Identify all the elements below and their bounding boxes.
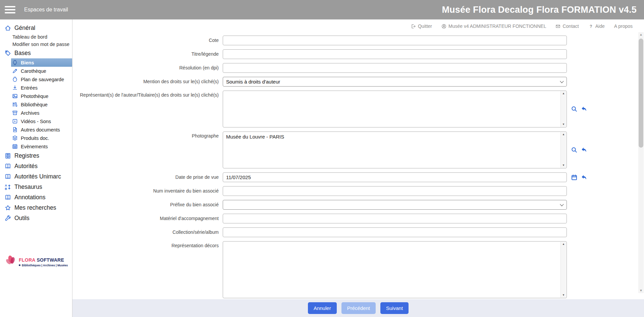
calendar-icon[interactable] [571,174,578,181]
precedent-button[interactable]: Précédent [341,302,376,314]
sidebar-item-autorites[interactable]: Autorités [0,161,72,171]
util-aide[interactable]: ?Aide [588,23,605,29]
document-icon [12,127,18,133]
textarea-scrollbar[interactable]: ▲▼ [560,132,566,168]
field-representants-droits[interactable]: ▲▼ [223,91,567,127]
main-panel: QuitterMusée v4 ADMINISTRATEUR FONCTIONN… [72,19,644,317]
brand-name: FLORA SOFTWARE [19,257,68,263]
form-row-resolution: Résolution (en dpi) [72,63,644,73]
field-titre-legende[interactable] [223,49,567,59]
home-icon [5,25,11,31]
flora-flower-icon [4,254,17,270]
utility-bar: QuitterMusée v4 ADMINISTRATEUR FONCTIONN… [72,19,644,33]
field-date-prise-vue[interactable] [223,172,567,182]
field-prefixe-bien[interactable] [223,200,567,210]
brush-icon [12,68,18,74]
calendar-grid-icon [12,144,18,149]
sidebar-item-archives[interactable]: Archives [0,109,72,117]
util-quitter[interactable]: Quitter [411,23,432,29]
scroll-down-arrow-icon[interactable]: ▼ [638,288,644,293]
scroll-down-arrow-icon[interactable]: ▼ [562,164,565,167]
textarea-scrollbar[interactable]: ▲▼ [560,242,566,298]
sidebar-item-entrees[interactable]: Entrées [0,84,72,92]
sidebar-item-registres[interactable]: Registres [0,151,72,161]
search-icon[interactable] [571,147,578,153]
footer-action-bar: Annuler Précédent Suivant [72,299,644,317]
sidebar-item-bibliotheque[interactable]: Bibliothèque [0,100,72,109]
registry-icon [5,153,11,159]
undo-icon[interactable] [581,147,587,153]
field-label-resolution: Résolution (en dpi) [72,63,223,73]
form-row-materiel-accompagnement: Matériel d'accompagnement [72,214,644,223]
sidebar-item-plan-de-sauvegarde[interactable]: Plan de sauvegarde [0,75,72,84]
field-label-num-inventaire-bien: Num inventaire du bien associé [72,186,223,196]
sidebar-item-bases[interactable]: Bases [0,48,72,58]
field-materiel-accompagnement[interactable] [223,214,567,223]
scroll-down-arrow-icon[interactable]: ▼ [562,123,565,126]
field-mention-droits[interactable]: Soumis à droits d'auteur [223,77,567,87]
books-icon [12,102,18,107]
sidebar-item-thesaurus[interactable]: ABThesaurus [0,182,72,192]
sidebar-item-general[interactable]: Général [0,23,72,33]
util-a-propos[interactable]: A propos [614,23,633,29]
sidebar-item-autorites-unimarc[interactable]: Autorités Unimarc [0,171,72,182]
field-cote[interactable] [223,36,567,45]
sidebar-item-mes-recherches[interactable]: Mes recherches [0,203,72,213]
book-icon [5,163,11,169]
archive-icon [12,110,18,116]
field-label-collection-serie-album: Collection/série/album [72,227,223,237]
top-header: Espaces de travail Musée Flora Decalog F… [0,0,644,19]
app-title: Musée Flora Decalog Flora FORMATION v4.5 [442,5,637,15]
scroll-up-arrow-icon[interactable]: ▲ [562,243,565,246]
util-contact[interactable]: Contact [555,23,579,29]
sidebar-item-tableau-de-bord[interactable]: Tableau de bord [0,33,72,41]
sidebar-item-phototheque[interactable]: Photothèque [0,92,72,100]
field-collection-serie-album[interactable] [223,227,567,237]
field-resolution[interactable] [223,63,567,73]
util-musee-v4-administrateur-fonctionnel[interactable]: Musée v4 ADMINISTRATEUR FONCTIONNEL [441,23,546,29]
svg-text:B: B [5,187,7,190]
form-row-date-prise-vue: Date de prise de vue [72,172,644,182]
sidebar-item-evenements[interactable]: Evènements [0,142,72,151]
sidebar-item-modifier-son-mot-de-passe[interactable]: Modifier son mot de passe [0,41,72,48]
sidebar-item-outils[interactable]: Outils [0,213,72,223]
field-representation-decors[interactable]: ▲▼ [223,241,567,298]
sidebar-item-carotheque[interactable]: Carothèque [0,67,72,75]
wrench-icon [5,215,11,221]
field-num-inventaire-bien[interactable] [223,186,567,196]
page-scrollbar[interactable]: ▲ ▼ [638,32,644,293]
scrollbar-thumb[interactable] [639,39,643,148]
scroll-up-arrow-icon[interactable]: ▲ [562,133,565,136]
field-label-representants-droits: Représentant(s) de l'auteur/Titulaire(s)… [72,91,223,98]
annuler-button[interactable]: Annuler [308,302,337,314]
suivant-button[interactable]: Suivant [380,302,409,314]
field-label-titre-legende: Titre/légende [72,49,223,59]
undo-icon[interactable] [581,174,587,181]
scroll-down-arrow-icon[interactable]: ▼ [562,294,565,297]
download-icon [12,85,18,91]
sidebar-item-videos-sons[interactable]: Vidéos - Sons [0,117,72,125]
hamburger-menu-icon[interactable] [5,6,15,13]
record-form: CoteTitre/légendeRésolution (en dpi)Ment… [72,33,644,299]
sidebar-item-annotations[interactable]: Annotations [0,192,72,203]
flora-logo: FLORA SOFTWARE Bibliothèques | Archives … [4,254,68,270]
sidebar-item-produits-doc[interactable]: Produits doc. [0,134,72,142]
sidebar: GénéralTableau de bordModifier son mot d… [0,19,72,317]
scroll-up-arrow-icon[interactable]: ▲ [638,32,644,37]
field-label-cote: Cote [72,36,223,45]
help-icon: ? [588,24,593,29]
field-label-photographe: Photographe [72,131,223,139]
dropdown-chevron-icon [560,79,564,83]
field-label-prefixe-bien: Préfixe du bien associé [72,200,223,210]
field-photographe[interactable]: Musée du Louvre - PARIS▲▼ [223,131,567,168]
textarea-scrollbar[interactable]: ▲▼ [560,91,566,127]
scroll-up-arrow-icon[interactable]: ▲ [562,92,565,95]
search-icon[interactable] [571,106,578,112]
tag-icon [5,50,11,56]
form-row-representants-droits: Représentant(s) de l'auteur/Titulaire(s)… [72,91,644,127]
field-label-mention-droits: Mention des droits sur le(s) cliché(s) [72,77,223,87]
undo-icon[interactable] [581,106,587,112]
sidebar-item-biens[interactable]: Biens [11,58,72,67]
sidebar-item-autres-documents[interactable]: Autres documents [0,125,72,134]
form-row-num-inventaire-bien: Num inventaire du bien associé [72,186,644,196]
